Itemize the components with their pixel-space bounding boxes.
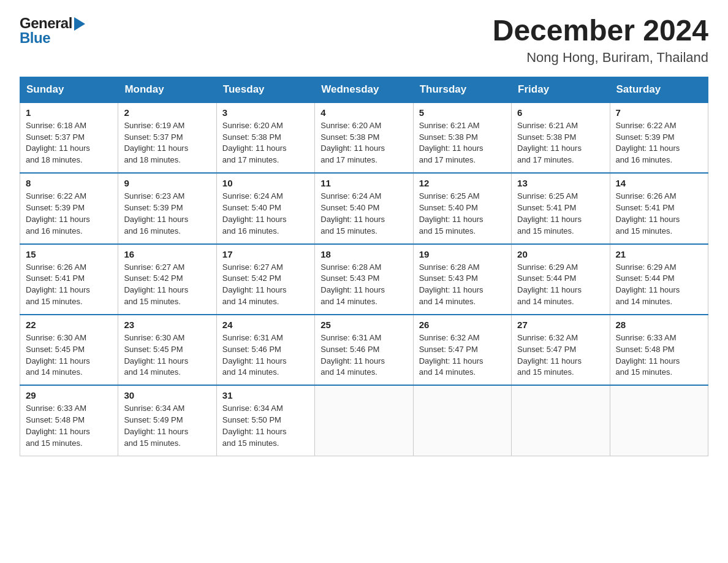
header-sunday: Sunday [20, 77, 118, 102]
day-number: 9 [124, 178, 210, 188]
day-number: 23 [124, 320, 210, 330]
day-info: Sunrise: 6:29 AM Sunset: 5:44 PM Dayligh… [517, 262, 604, 308]
day-number: 22 [26, 320, 112, 330]
day-info: Sunrise: 6:30 AM Sunset: 5:45 PM Dayligh… [124, 332, 210, 378]
header-thursday: Thursday [413, 77, 511, 102]
table-row [413, 385, 511, 456]
calendar-week-row: 22Sunrise: 6:30 AM Sunset: 5:45 PM Dayli… [20, 315, 708, 385]
day-number: 6 [517, 107, 604, 118]
table-row: 11Sunrise: 6:24 AM Sunset: 5:40 PM Dayli… [315, 173, 413, 243]
calendar-week-row: 8Sunrise: 6:22 AM Sunset: 5:39 PM Daylig… [20, 173, 708, 243]
table-row: 13Sunrise: 6:25 AM Sunset: 5:41 PM Dayli… [512, 173, 610, 243]
day-info: Sunrise: 6:33 AM Sunset: 5:48 PM Dayligh… [26, 403, 112, 449]
day-info: Sunrise: 6:34 AM Sunset: 5:49 PM Dayligh… [124, 403, 210, 449]
calendar-week-row: 1Sunrise: 6:18 AM Sunset: 5:37 PM Daylig… [20, 102, 708, 173]
day-info: Sunrise: 6:18 AM Sunset: 5:37 PM Dayligh… [26, 120, 112, 166]
day-number: 1 [26, 107, 112, 118]
day-info: Sunrise: 6:22 AM Sunset: 5:39 PM Dayligh… [26, 191, 112, 237]
day-number: 12 [419, 178, 506, 188]
svg-marker-0 [74, 17, 85, 31]
day-number: 31 [222, 390, 309, 400]
table-row: 22Sunrise: 6:30 AM Sunset: 5:45 PM Dayli… [20, 315, 118, 385]
table-row [315, 385, 413, 456]
table-row: 20Sunrise: 6:29 AM Sunset: 5:44 PM Dayli… [512, 244, 610, 315]
table-row: 16Sunrise: 6:27 AM Sunset: 5:42 PM Dayli… [118, 244, 216, 315]
day-info: Sunrise: 6:33 AM Sunset: 5:48 PM Dayligh… [616, 332, 702, 378]
table-row: 8Sunrise: 6:22 AM Sunset: 5:39 PM Daylig… [20, 173, 118, 243]
day-info: Sunrise: 6:24 AM Sunset: 5:40 PM Dayligh… [222, 191, 309, 237]
table-row: 15Sunrise: 6:26 AM Sunset: 5:41 PM Dayli… [20, 244, 118, 315]
day-number: 21 [616, 249, 702, 259]
day-number: 8 [26, 178, 112, 188]
table-row: 17Sunrise: 6:27 AM Sunset: 5:42 PM Dayli… [216, 244, 314, 315]
table-row: 24Sunrise: 6:31 AM Sunset: 5:46 PM Dayli… [216, 315, 314, 385]
day-info: Sunrise: 6:21 AM Sunset: 5:38 PM Dayligh… [419, 120, 506, 166]
day-info: Sunrise: 6:26 AM Sunset: 5:41 PM Dayligh… [616, 191, 702, 237]
day-info: Sunrise: 6:20 AM Sunset: 5:38 PM Dayligh… [320, 120, 407, 166]
logo: General Blue [20, 15, 85, 47]
location-title: Nong Hong, Buriram, Thailand [493, 50, 708, 66]
day-number: 11 [320, 178, 407, 188]
day-info: Sunrise: 6:28 AM Sunset: 5:43 PM Dayligh… [419, 262, 506, 308]
month-title: December 2024 [493, 15, 708, 47]
day-number: 4 [320, 107, 407, 118]
calendar-week-row: 15Sunrise: 6:26 AM Sunset: 5:41 PM Dayli… [20, 244, 708, 315]
table-row: 28Sunrise: 6:33 AM Sunset: 5:48 PM Dayli… [610, 315, 708, 385]
day-number: 27 [517, 320, 604, 330]
table-row: 23Sunrise: 6:30 AM Sunset: 5:45 PM Dayli… [118, 315, 216, 385]
day-info: Sunrise: 6:32 AM Sunset: 5:47 PM Dayligh… [419, 332, 506, 378]
day-info: Sunrise: 6:24 AM Sunset: 5:40 PM Dayligh… [320, 191, 407, 237]
table-row [610, 385, 708, 456]
table-row: 7Sunrise: 6:22 AM Sunset: 5:39 PM Daylig… [610, 102, 708, 173]
table-row: 27Sunrise: 6:32 AM Sunset: 5:47 PM Dayli… [512, 315, 610, 385]
logo-arrow-icon [74, 17, 85, 31]
calendar-week-row: 29Sunrise: 6:33 AM Sunset: 5:48 PM Dayli… [20, 385, 708, 456]
table-row: 9Sunrise: 6:23 AM Sunset: 5:39 PM Daylig… [118, 173, 216, 243]
table-row: 6Sunrise: 6:21 AM Sunset: 5:38 PM Daylig… [512, 102, 610, 173]
table-row: 4Sunrise: 6:20 AM Sunset: 5:38 PM Daylig… [315, 102, 413, 173]
table-row: 2Sunrise: 6:19 AM Sunset: 5:37 PM Daylig… [118, 102, 216, 173]
table-row: 21Sunrise: 6:29 AM Sunset: 5:44 PM Dayli… [610, 244, 708, 315]
header-wednesday: Wednesday [315, 77, 413, 102]
day-info: Sunrise: 6:28 AM Sunset: 5:43 PM Dayligh… [320, 262, 407, 308]
header-friday: Friday [512, 77, 610, 102]
day-info: Sunrise: 6:25 AM Sunset: 5:40 PM Dayligh… [419, 191, 506, 237]
day-number: 3 [222, 107, 309, 118]
day-number: 29 [26, 390, 112, 400]
table-row: 12Sunrise: 6:25 AM Sunset: 5:40 PM Dayli… [413, 173, 511, 243]
day-number: 25 [320, 320, 407, 330]
day-info: Sunrise: 6:23 AM Sunset: 5:39 PM Dayligh… [124, 191, 210, 237]
day-info: Sunrise: 6:20 AM Sunset: 5:38 PM Dayligh… [222, 120, 309, 166]
day-info: Sunrise: 6:31 AM Sunset: 5:46 PM Dayligh… [320, 332, 407, 378]
day-info: Sunrise: 6:27 AM Sunset: 5:42 PM Dayligh… [124, 262, 210, 308]
table-row [512, 385, 610, 456]
day-number: 30 [124, 390, 210, 400]
day-number: 15 [26, 249, 112, 259]
day-number: 10 [222, 178, 309, 188]
day-info: Sunrise: 6:22 AM Sunset: 5:39 PM Dayligh… [616, 120, 702, 166]
table-row: 26Sunrise: 6:32 AM Sunset: 5:47 PM Dayli… [413, 315, 511, 385]
day-info: Sunrise: 6:21 AM Sunset: 5:38 PM Dayligh… [517, 120, 604, 166]
day-info: Sunrise: 6:34 AM Sunset: 5:50 PM Dayligh… [222, 403, 309, 449]
day-info: Sunrise: 6:30 AM Sunset: 5:45 PM Dayligh… [26, 332, 112, 378]
header-tuesday: Tuesday [216, 77, 314, 102]
header-saturday: Saturday [610, 77, 708, 102]
table-row: 10Sunrise: 6:24 AM Sunset: 5:40 PM Dayli… [216, 173, 314, 243]
day-number: 20 [517, 249, 604, 259]
day-number: 14 [616, 178, 702, 188]
header-monday: Monday [118, 77, 216, 102]
table-row: 1Sunrise: 6:18 AM Sunset: 5:37 PM Daylig… [20, 102, 118, 173]
day-number: 18 [320, 249, 407, 259]
table-row: 18Sunrise: 6:28 AM Sunset: 5:43 PM Dayli… [315, 244, 413, 315]
table-row: 5Sunrise: 6:21 AM Sunset: 5:38 PM Daylig… [413, 102, 511, 173]
day-number: 7 [616, 107, 702, 118]
day-number: 5 [419, 107, 506, 118]
table-row: 31Sunrise: 6:34 AM Sunset: 5:50 PM Dayli… [216, 385, 314, 456]
table-row: 19Sunrise: 6:28 AM Sunset: 5:43 PM Dayli… [413, 244, 511, 315]
day-number: 13 [517, 178, 604, 188]
day-info: Sunrise: 6:31 AM Sunset: 5:46 PM Dayligh… [222, 332, 309, 378]
table-row: 14Sunrise: 6:26 AM Sunset: 5:41 PM Dayli… [610, 173, 708, 243]
day-number: 19 [419, 249, 506, 259]
day-info: Sunrise: 6:19 AM Sunset: 5:37 PM Dayligh… [124, 120, 210, 166]
day-number: 26 [419, 320, 506, 330]
